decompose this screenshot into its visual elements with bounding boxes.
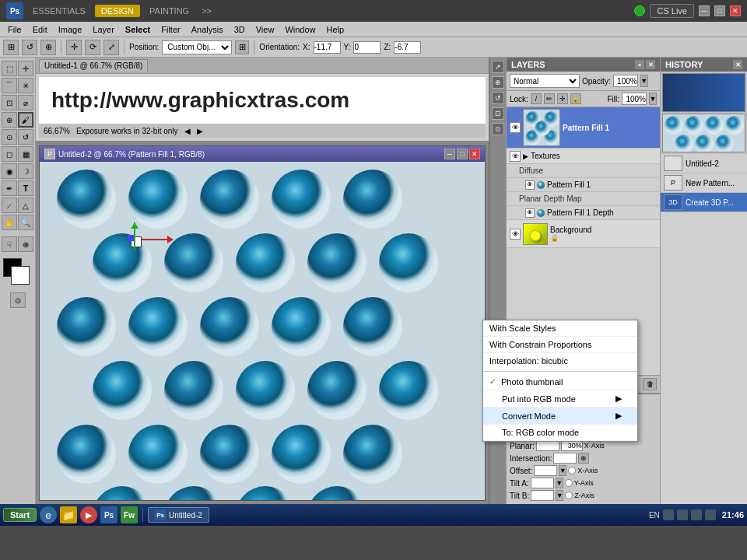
status-arrow-right[interactable]: ▶ — [197, 127, 203, 135]
opacity-arrow[interactable]: ▼ — [640, 75, 648, 87]
ctx-item-rgb[interactable]: Put into RGB mode ▶ — [483, 390, 637, 408]
pen-tool[interactable]: ✒ — [2, 180, 17, 196]
menu-file[interactable]: File — [3, 25, 26, 34]
taskbar-ps-icon[interactable]: Ps — [100, 506, 117, 523]
magic-wand-tool[interactable]: ✳ — [18, 78, 33, 93]
zoom-tool[interactable]: 🔍 — [18, 215, 33, 230]
taskbar-media-icon[interactable]: ▶ — [80, 506, 97, 523]
offset-radio[interactable] — [568, 467, 576, 474]
intersection-btn[interactable]: ⊕ — [578, 453, 589, 464]
layer-textures[interactable]: 👁 ▶ Textures — [507, 149, 660, 164]
more-btn[interactable]: >> — [198, 5, 215, 17]
3d-btn-4[interactable]: ⊡ — [492, 107, 504, 120]
heal-tool[interactable]: ⊕ — [2, 112, 17, 128]
painting-btn[interactable]: PAINTING — [145, 5, 194, 17]
hand-alt-tool[interactable]: ☟ — [2, 236, 17, 252]
menu-view[interactable]: View — [251, 25, 279, 34]
start-button[interactable]: Start — [3, 508, 37, 522]
tool-icon-6[interactable]: ⤢ — [103, 40, 119, 55]
ctx-item-torgb[interactable]: To: RGB color mode — [483, 425, 637, 441]
sublayer-pf1[interactable]: 👁 Pattern Fill 1 — [507, 178, 660, 192]
taskbar-ie-icon[interactable]: e — [40, 506, 57, 523]
3d-btn-1[interactable]: ↗ — [492, 61, 504, 73]
lock-trans-btn[interactable]: / — [531, 93, 542, 104]
eye-icon-pf1[interactable]: 👁 — [510, 122, 521, 133]
offset-stepper[interactable]: ▼ — [559, 465, 566, 476]
zoom-alt-tool[interactable]: ⊕ — [18, 236, 33, 252]
z-input[interactable] — [394, 41, 421, 54]
layers-expand-btn[interactable]: » — [635, 60, 644, 69]
doc2-close-btn[interactable]: ✕ — [469, 149, 480, 159]
menu-analysis[interactable]: Analysis — [187, 25, 228, 34]
taskbar-app-untitled2[interactable]: Ps Untitled-2 — [148, 507, 209, 523]
tilta-stepper[interactable]: ▼ — [556, 478, 563, 488]
restore-btn[interactable]: □ — [714, 5, 725, 16]
pos-icon[interactable]: ⊞ — [235, 40, 249, 54]
shape-tool[interactable]: △ — [18, 198, 33, 213]
doc2-min-btn[interactable]: ─ — [444, 149, 455, 159]
menu-3d[interactable]: 3D — [230, 25, 250, 34]
history-item-2[interactable]: P New Pattern... — [661, 173, 747, 193]
background-color[interactable] — [11, 266, 30, 285]
offset-input[interactable] — [534, 465, 557, 476]
menu-edit[interactable]: Edit — [28, 25, 52, 34]
sublayer-diffuse[interactable]: Diffuse — [507, 164, 660, 178]
fill-arrow[interactable]: ▼ — [649, 93, 657, 105]
fill-input[interactable] — [622, 93, 647, 105]
intersection-input[interactable] — [553, 453, 577, 464]
tool-icon-3[interactable]: ⊕ — [40, 40, 56, 55]
essentials-btn[interactable]: ESSENTIALS — [28, 5, 90, 17]
crop-tool[interactable]: ⊡ — [2, 95, 17, 110]
menu-layer[interactable]: Layer — [88, 25, 119, 34]
menu-window[interactable]: Window — [280, 25, 320, 34]
planar-value[interactable] — [561, 440, 583, 451]
history-close-btn[interactable]: ✕ — [733, 60, 742, 69]
position-dropdown[interactable]: Custom Obj... — [162, 40, 232, 54]
lock-move-btn[interactable]: ✛ — [557, 93, 568, 104]
layer-pattern-fill-1[interactable]: 👁 — [507, 107, 660, 149]
eyedropper-tool[interactable]: ⌀ — [18, 95, 33, 110]
minimize-btn[interactable]: ─ — [699, 5, 710, 16]
eye-icon-bg[interactable]: 👁 — [510, 229, 521, 240]
tool-icon-2[interactable]: ↺ — [22, 40, 37, 55]
dodge-tool[interactable]: ☽ — [18, 163, 33, 179]
ctx-item-photo-thumb[interactable]: ✓ Photo thumbnail — [483, 373, 637, 390]
eye-icon-depth[interactable]: 👁 — [525, 208, 535, 218]
lasso-tool[interactable]: ⌒ — [2, 78, 17, 93]
y-input[interactable] — [353, 41, 381, 54]
menu-help[interactable]: Help — [322, 25, 349, 34]
history-item-1[interactable]: Untitled-2 — [661, 154, 747, 173]
layer-background[interactable]: 👁 Background 🔒 — [507, 220, 660, 248]
clone-tool[interactable]: ⊙ — [2, 129, 17, 145]
eye-icon-tex[interactable]: 👁 — [510, 151, 521, 162]
ctx-item-convert[interactable]: Convert Mode ▶ — [483, 408, 637, 425]
move-tool[interactable]: ✛ — [18, 61, 33, 76]
lock-paint-btn[interactable]: ✏ — [544, 93, 555, 104]
tool-icon-4[interactable]: ✛ — [66, 40, 82, 55]
tiltb-radio[interactable] — [565, 492, 573, 499]
doc1-tab[interactable]: Untitled-1 @ 66.7% (RGB/8) — [39, 59, 148, 72]
tiltb-input[interactable] — [531, 490, 554, 501]
menu-filter[interactable]: Filter — [156, 25, 184, 34]
close-btn[interactable]: ✕ — [730, 5, 741, 16]
path-tool[interactable]: ⟋ — [2, 198, 17, 213]
planar-input-box[interactable] — [536, 440, 559, 451]
quick-mask-btn[interactable]: ⊙ — [10, 292, 26, 308]
eye-icon-spf1[interactable]: 👁 — [525, 180, 535, 190]
3d-btn-2[interactable]: ⊕ — [492, 76, 504, 89]
delete-layer-btn[interactable]: 🗑 — [643, 378, 657, 390]
ctx-item-scale[interactable]: With Scale Styles — [483, 320, 637, 337]
gradient-tool[interactable]: ▦ — [18, 146, 33, 162]
design-btn[interactable]: DESIGN — [95, 5, 140, 17]
sublayer-planar[interactable]: Planar Depth Map — [507, 192, 660, 206]
doc2-restore-btn[interactable]: □ — [457, 149, 468, 159]
tool-icon-5[interactable]: ⟳ — [85, 40, 100, 55]
ctx-item-constrain[interactable]: With Constrain Proportions — [483, 337, 637, 353]
history-item-3[interactable]: 3D Create 3D P... — [661, 193, 747, 212]
type-tool[interactable]: T — [18, 180, 33, 196]
3d-btn-3[interactable]: ↺ — [492, 92, 504, 104]
tiltb-stepper[interactable]: ▼ — [556, 490, 563, 501]
menu-image[interactable]: Image — [54, 25, 87, 34]
opacity-input[interactable] — [613, 75, 638, 87]
tilta-input[interactable] — [531, 478, 554, 488]
